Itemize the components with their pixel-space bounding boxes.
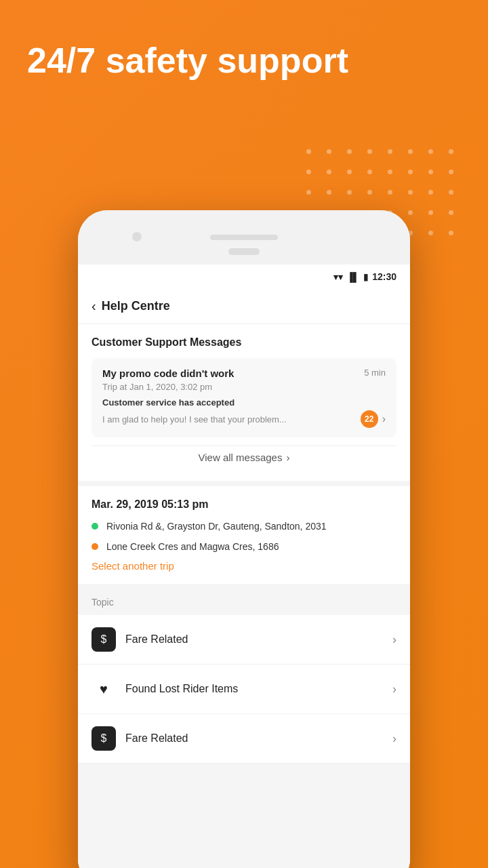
phone-frame: ▾▾ ▐▌ ▮ 12:30 ‹ Help Centre Customer Sup… (78, 210, 410, 868)
phone-camera (132, 232, 142, 241)
app-header: ‹ Help Centre (78, 289, 410, 324)
fare-related-1-icon: $ (92, 627, 116, 652)
message-preview: I am glad to help you! I see that your p… (102, 414, 361, 425)
view-all-button[interactable]: View all messages › (92, 446, 396, 469)
topic-chevron-icon: › (392, 682, 396, 696)
wifi-icon: ▾▾ (333, 272, 343, 282)
trip-dropoff-text: Lone Creek Cres and Magwa Cres, 1686 (106, 540, 279, 554)
trip-pickup-row: Rivonia Rd &, Grayston Dr, Gauteng, Sand… (92, 520, 396, 534)
topic-item-fare-related-2[interactable]: $ Fare Related › (78, 714, 410, 764)
message-card[interactable]: My promo code didn't work 5 min Trip at … (92, 358, 396, 437)
view-all-label: View all messages (199, 452, 283, 463)
topic-item-label: Fare Related (125, 732, 392, 745)
hero-title: 24/7 safety support (27, 41, 348, 81)
pickup-dot-icon (92, 523, 98, 530)
topic-item-fare-related-1[interactable]: $ Fare Related › (78, 615, 410, 665)
page-title: Help Centre (102, 299, 170, 313)
status-time: 12:30 (372, 271, 396, 282)
phone-speaker (210, 235, 278, 240)
topic-chevron-icon: › (392, 732, 396, 746)
fare-related-2-icon: $ (92, 726, 116, 751)
view-all-chevron-icon: › (286, 452, 289, 463)
found-lost-icon-box: ♥ (92, 677, 116, 701)
unread-badge: 22 (361, 410, 378, 428)
signal-icon: ▐▌ (347, 272, 359, 282)
back-chevron-icon: ‹ (92, 298, 96, 314)
trip-datetime: Mar. 29, 2019 05:13 pm (92, 498, 396, 511)
support-section-title: Customer Support Messages (92, 336, 396, 349)
status-bar: ▾▾ ▐▌ ▮ 12:30 (78, 264, 410, 289)
message-time: 5 min (364, 368, 386, 378)
back-button[interactable]: ‹ Help Centre (92, 298, 170, 314)
topic-chevron-icon: › (392, 633, 396, 647)
topic-section-header: Topic (78, 589, 410, 615)
topic-item-label: Found Lost Rider Items (125, 683, 392, 695)
chevron-right-icon: › (382, 413, 386, 425)
trip-dropoff-row: Lone Creek Cres and Magwa Cres, 1686 (92, 540, 396, 554)
message-status: Customer service has accepted (102, 397, 386, 408)
message-trip: Trip at Jan 1, 2020, 3:02 pm (102, 382, 386, 392)
phone-home-button (228, 248, 260, 255)
dropoff-dot-icon (92, 543, 98, 550)
support-section: Customer Support Messages My promo code … (78, 324, 410, 481)
message-title: My promo code didn't work (102, 368, 364, 379)
scroll-area[interactable]: Customer Support Messages My promo code … (78, 324, 410, 868)
battery-icon: ▮ (363, 272, 368, 282)
app-content: ‹ Help Centre Customer Support Messages … (78, 289, 410, 868)
phone-notch (78, 210, 410, 264)
topic-item-label: Fare Related (125, 633, 392, 646)
topic-label: Topic (92, 597, 114, 608)
trip-section: Mar. 29, 2019 05:13 pm Rivonia Rd &, Gra… (78, 486, 410, 584)
trip-pickup-text: Rivonia Rd &, Grayston Dr, Gauteng, Sand… (106, 520, 327, 534)
select-another-trip-button[interactable]: Select another trip (92, 560, 396, 572)
topic-item-found-lost[interactable]: ♥ Found Lost Rider Items › (78, 665, 410, 714)
